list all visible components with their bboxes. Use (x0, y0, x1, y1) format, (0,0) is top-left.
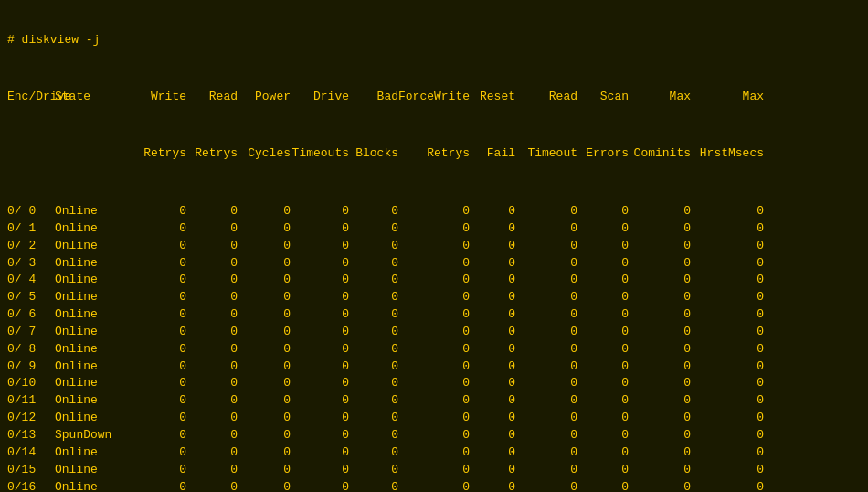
enc-cell: 0/13 (7, 427, 55, 444)
column-header-row1: Enc/Drive State Write Read Power Drive B… (7, 90, 861, 103)
bb-cell: 0 (349, 272, 398, 289)
rt-cell: 0 (515, 203, 577, 220)
fw-cell: 0 (398, 375, 470, 392)
rt-cell: 0 (515, 220, 577, 238)
se-cell: 0 (577, 289, 629, 306)
col-dt-h1: Drive (291, 90, 349, 103)
rf-cell: 0 (470, 220, 515, 238)
mc-cell: 0 (629, 427, 691, 444)
rf-cell: 0 (470, 410, 515, 427)
rf-cell: 0 (470, 392, 515, 410)
se-cell: 0 (577, 324, 629, 341)
pc-cell: 0 (238, 272, 291, 289)
dt-cell: 0 (291, 358, 349, 376)
pc-cell: 0 (238, 341, 291, 358)
dt-cell: 0 (291, 220, 349, 238)
enc-cell: 0/ 4 (7, 272, 55, 289)
wr-cell: 0 (130, 392, 186, 410)
command-line: # diskview -j (7, 33, 861, 47)
rt-cell: 0 (515, 255, 577, 273)
pc-cell: 0 (238, 427, 291, 444)
table-row: 0/ 3Online00000000000 (7, 255, 861, 273)
state-cell: Online (55, 203, 130, 220)
wr-cell: 0 (130, 427, 186, 444)
enc-cell: 0/16 (7, 479, 55, 493)
wr-cell: 0 (130, 462, 186, 479)
rr-cell: 0 (186, 444, 238, 462)
col-rt-h1: Read (515, 90, 577, 103)
rr-cell: 0 (186, 392, 238, 410)
col-wr-h1: Write (130, 90, 186, 103)
pc-cell: 0 (238, 479, 291, 493)
mc-cell: 0 (629, 203, 691, 220)
wr-cell: 0 (130, 444, 186, 462)
table-row: 0/ 9Online00000000000 (7, 358, 861, 376)
rr-cell: 0 (186, 410, 238, 427)
column-header-row2: Retrys Retrys Cycles Timeouts Blocks Ret… (7, 146, 861, 160)
state-cell: Online (55, 306, 130, 324)
fw-cell: 0 (398, 220, 470, 238)
col-mc-h2: Cominits (629, 146, 691, 160)
col-dt-h2: Timeouts (291, 146, 349, 160)
col-pc-h2: Cycles (238, 146, 291, 160)
enc-cell: 0/11 (7, 392, 55, 410)
rr-cell: 0 (186, 479, 238, 493)
col-state-h2 (55, 146, 130, 160)
state-cell: Online (55, 324, 130, 341)
rt-cell: 0 (515, 427, 577, 444)
wr-cell: 0 (130, 479, 186, 493)
pc-cell: 0 (238, 238, 291, 255)
rr-cell: 0 (186, 272, 238, 289)
dt-cell: 0 (291, 444, 349, 462)
table-row: 0/ 1Online00000000000 (7, 220, 861, 238)
dt-cell: 0 (291, 272, 349, 289)
dt-cell: 0 (291, 392, 349, 410)
se-cell: 0 (577, 358, 629, 376)
pc-cell: 0 (238, 392, 291, 410)
rt-cell: 0 (515, 341, 577, 358)
fw-cell: 0 (398, 203, 470, 220)
rt-cell: 0 (515, 479, 577, 493)
col-bb-h2: Blocks (349, 146, 398, 160)
se-cell: 0 (577, 375, 629, 392)
wr-cell: 0 (130, 255, 186, 273)
rr-cell: 0 (186, 427, 238, 444)
col-enc-h1: Enc/Drive (7, 90, 55, 103)
rr-cell: 0 (186, 220, 238, 238)
state-cell: Online (55, 289, 130, 306)
se-cell: 0 (577, 392, 629, 410)
se-cell: 0 (577, 306, 629, 324)
bb-cell: 0 (349, 306, 398, 324)
wr-cell: 0 (130, 238, 186, 255)
rt-cell: 0 (515, 410, 577, 427)
se-cell: 0 (577, 427, 629, 444)
table-row: 0/12Online00000000000 (7, 410, 861, 427)
rt-cell: 0 (515, 392, 577, 410)
col-rf-h2: Fail (470, 146, 515, 160)
rt-cell: 0 (515, 238, 577, 255)
se-cell: 0 (577, 255, 629, 273)
se-cell: 0 (577, 479, 629, 493)
hm-cell: 0 (691, 479, 764, 493)
enc-cell: 0/ 0 (7, 203, 55, 220)
state-cell: Online (55, 358, 130, 376)
fw-cell: 0 (398, 410, 470, 427)
rf-cell: 0 (470, 272, 515, 289)
hm-cell: 0 (691, 203, 764, 220)
rt-cell: 0 (515, 444, 577, 462)
hm-cell: 0 (691, 341, 764, 358)
state-cell: Online (55, 410, 130, 427)
wr-cell: 0 (130, 410, 186, 427)
rr-cell: 0 (186, 462, 238, 479)
wr-cell: 0 (130, 203, 186, 220)
col-mc-h1: Max (629, 90, 691, 103)
se-cell: 0 (577, 220, 629, 238)
table-row: 0/ 0Online00000000000 (7, 203, 861, 220)
dt-cell: 0 (291, 324, 349, 341)
col-hm-h2: HrstMsecs (691, 146, 764, 160)
se-cell: 0 (577, 341, 629, 358)
rf-cell: 0 (470, 479, 515, 493)
bb-cell: 0 (349, 392, 398, 410)
fw-cell: 0 (398, 392, 470, 410)
enc-cell: 0/ 7 (7, 324, 55, 341)
